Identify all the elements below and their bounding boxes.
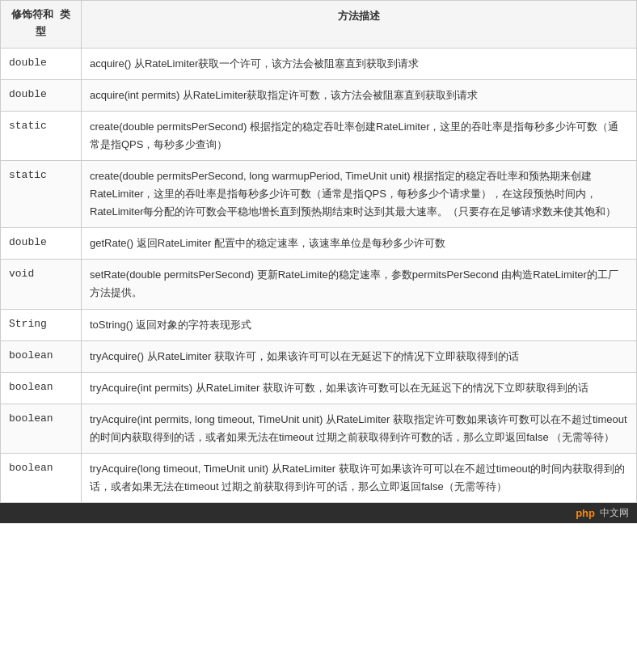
cell-desc: toString() 返回对象的字符表现形式 (82, 309, 637, 340)
cell-type: String (1, 309, 82, 340)
cell-desc: create(double permitsPerSecond, long war… (82, 160, 637, 227)
cell-type: double (1, 79, 82, 111)
cell-type: boolean (1, 372, 82, 404)
cell-desc: getRate() 返回RateLimiter 配置中的稳定速率，该速率单位是每… (82, 228, 637, 260)
table-row: staticcreate(double permitsPerSecond) 根据… (1, 111, 637, 160)
cell-type: boolean (1, 404, 82, 453)
table-row: StringtoString() 返回对象的字符表现形式 (1, 309, 637, 340)
cell-type: static (1, 160, 82, 227)
cell-type: double (1, 48, 82, 79)
table-row: booleantryAcquire(int permits, long time… (1, 404, 637, 453)
table-row: staticcreate(double permitsPerSecond, lo… (1, 160, 637, 227)
cell-type: boolean (1, 454, 82, 503)
api-table: 修饰符和 类型 方法描述 doubleacquire() 从RateLimite… (0, 0, 637, 503)
footer-site: 中文网 (600, 506, 629, 520)
header-desc: 方法描述 (82, 1, 637, 49)
table-row: booleantryAcquire(int permits) 从RateLimi… (1, 372, 637, 404)
table-row: booleantryAcquire(long timeout, TimeUnit… (1, 454, 637, 503)
table-row: doubleacquire(int permits) 从RateLimiter获… (1, 79, 637, 111)
cell-desc: acquire() 从RateLimiter获取一个许可，该方法会被阻塞直到获取… (82, 48, 637, 79)
cell-desc: setRate(double permitsPerSecond) 更新RateL… (82, 260, 637, 309)
cell-type: double (1, 228, 82, 260)
table-row: voidsetRate(double permitsPerSecond) 更新R… (1, 260, 637, 309)
cell-type: static (1, 111, 82, 160)
table-row: doubleacquire() 从RateLimiter获取一个许可，该方法会被… (1, 48, 637, 79)
cell-desc: create(double permitsPerSecond) 根据指定的稳定吞… (82, 111, 637, 160)
footer-logo: php (576, 507, 595, 519)
cell-desc: tryAcquire(int permits) 从RateLimiter 获取许… (82, 372, 637, 404)
cell-type: void (1, 260, 82, 309)
cell-desc: tryAcquire() 从RateLimiter 获取许可，如果该许可可以在无… (82, 340, 637, 372)
cell-desc: tryAcquire(long timeout, TimeUnit unit) … (82, 454, 637, 503)
footer-bar: php 中文网 (0, 503, 637, 523)
cell-desc: tryAcquire(int permits, long timeout, Ti… (82, 404, 637, 453)
table-row: doublegetRate() 返回RateLimiter 配置中的稳定速率，该… (1, 228, 637, 260)
cell-type: boolean (1, 340, 82, 372)
header-type: 修饰符和 类型 (1, 1, 82, 49)
cell-desc: acquire(int permits) 从RateLimiter获取指定许可数… (82, 79, 637, 111)
table-row: booleantryAcquire() 从RateLimiter 获取许可，如果… (1, 340, 637, 372)
